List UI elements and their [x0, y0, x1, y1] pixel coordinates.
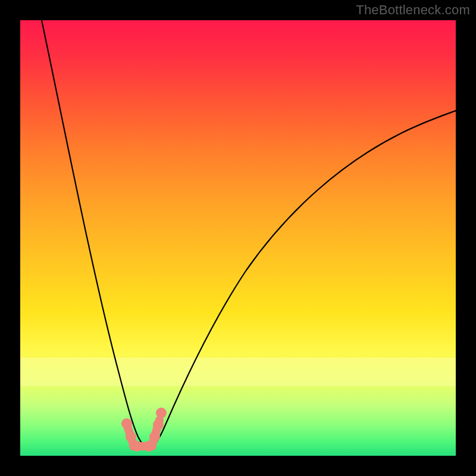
highlight-dot	[149, 431, 160, 442]
highlight-dot	[156, 408, 167, 418]
chart-frame: TheBottleneck.com	[0, 0, 476, 476]
bottleneck-curve	[42, 20, 456, 447]
highlight-dot	[131, 441, 142, 452]
highlight-dot	[121, 418, 132, 429]
curve-layer	[20, 20, 456, 456]
plot-area	[20, 20, 456, 456]
highlight-dot	[126, 431, 136, 442]
highlight-dot	[143, 441, 154, 452]
watermark-text: TheBottleneck.com	[356, 2, 470, 18]
highlight-dot	[153, 419, 164, 430]
